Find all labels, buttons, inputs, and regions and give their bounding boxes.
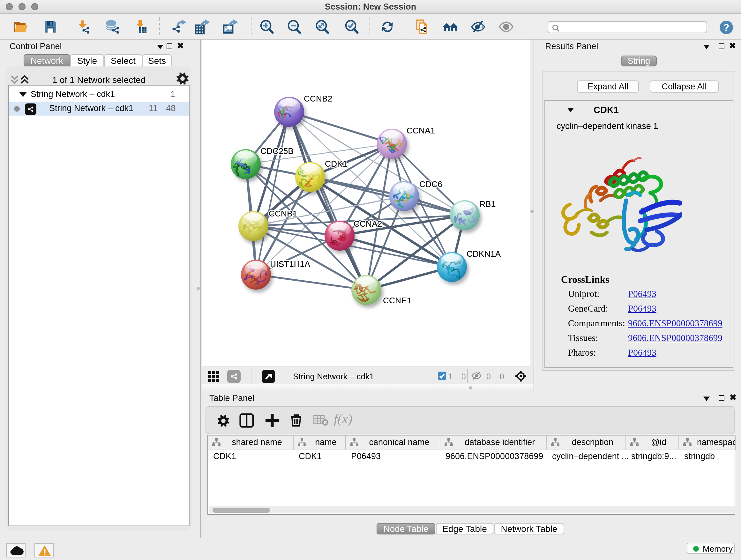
svg-text:CCNE1: CCNE1 xyxy=(383,296,411,305)
svg-text:CCNB1: CCNB1 xyxy=(269,209,297,219)
svg-text:CDC25B: CDC25B xyxy=(260,146,293,156)
svg-text:CDC6: CDC6 xyxy=(419,179,442,189)
svg-text:RB1: RB1 xyxy=(479,199,495,209)
svg-text:HIST1H1A: HIST1H1A xyxy=(270,259,311,269)
svg-text:CDK1: CDK1 xyxy=(325,159,347,169)
svg-text:CCNB2: CCNB2 xyxy=(304,94,332,104)
svg-text:CDKN1A: CDKN1A xyxy=(467,249,501,259)
svg-text:CCNA2: CCNA2 xyxy=(354,219,382,229)
svg-text:CCNA1: CCNA1 xyxy=(407,126,435,135)
svg-text:?: ? xyxy=(724,22,730,33)
